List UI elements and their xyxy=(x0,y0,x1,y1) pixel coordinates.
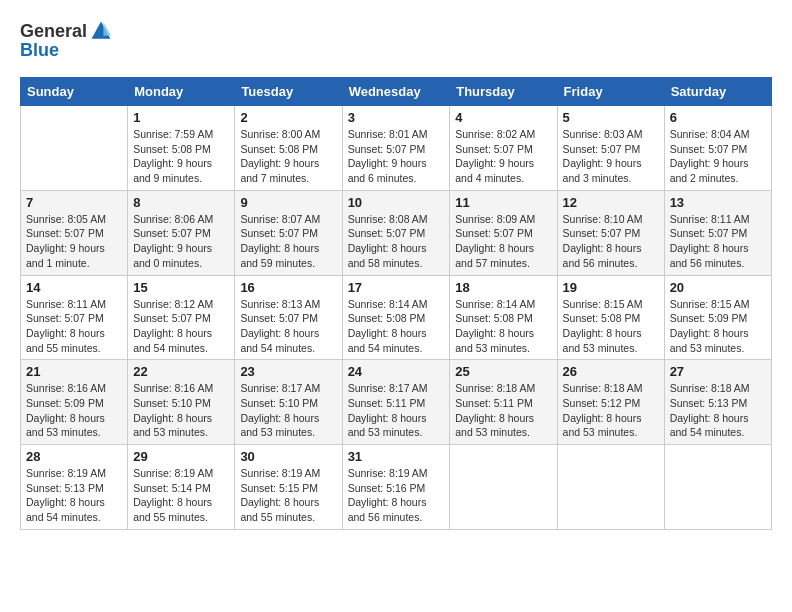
calendar-cell: 30Sunrise: 8:19 AMSunset: 5:15 PMDayligh… xyxy=(235,445,342,530)
calendar-cell: 26Sunrise: 8:18 AMSunset: 5:12 PMDayligh… xyxy=(557,360,664,445)
day-number: 3 xyxy=(348,110,445,125)
day-number: 27 xyxy=(670,364,766,379)
day-info: Sunrise: 8:15 AMSunset: 5:08 PMDaylight:… xyxy=(563,297,659,356)
calendar-cell: 31Sunrise: 8:19 AMSunset: 5:16 PMDayligh… xyxy=(342,445,450,530)
day-number: 4 xyxy=(455,110,551,125)
day-number: 29 xyxy=(133,449,229,464)
day-number: 31 xyxy=(348,449,445,464)
day-number: 23 xyxy=(240,364,336,379)
calendar-cell: 7Sunrise: 8:05 AMSunset: 5:07 PMDaylight… xyxy=(21,190,128,275)
day-info: Sunrise: 8:01 AMSunset: 5:07 PMDaylight:… xyxy=(348,127,445,186)
weekday-header: Wednesday xyxy=(342,78,450,106)
calendar-cell: 11Sunrise: 8:09 AMSunset: 5:07 PMDayligh… xyxy=(450,190,557,275)
weekday-header: Monday xyxy=(128,78,235,106)
calendar-cell: 8Sunrise: 8:06 AMSunset: 5:07 PMDaylight… xyxy=(128,190,235,275)
calendar-week-row: 28Sunrise: 8:19 AMSunset: 5:13 PMDayligh… xyxy=(21,445,772,530)
day-number: 8 xyxy=(133,195,229,210)
day-info: Sunrise: 8:00 AMSunset: 5:08 PMDaylight:… xyxy=(240,127,336,186)
calendar-cell: 14Sunrise: 8:11 AMSunset: 5:07 PMDayligh… xyxy=(21,275,128,360)
calendar-cell: 12Sunrise: 8:10 AMSunset: 5:07 PMDayligh… xyxy=(557,190,664,275)
calendar-cell: 17Sunrise: 8:14 AMSunset: 5:08 PMDayligh… xyxy=(342,275,450,360)
logo-top: General xyxy=(20,20,112,42)
logo-icon xyxy=(90,20,112,42)
day-info: Sunrise: 8:09 AMSunset: 5:07 PMDaylight:… xyxy=(455,212,551,271)
calendar-cell: 29Sunrise: 8:19 AMSunset: 5:14 PMDayligh… xyxy=(128,445,235,530)
calendar-table: SundayMondayTuesdayWednesdayThursdayFrid… xyxy=(20,77,772,530)
day-info: Sunrise: 8:08 AMSunset: 5:07 PMDaylight:… xyxy=(348,212,445,271)
calendar-cell: 2Sunrise: 8:00 AMSunset: 5:08 PMDaylight… xyxy=(235,106,342,191)
calendar-week-row: 7Sunrise: 8:05 AMSunset: 5:07 PMDaylight… xyxy=(21,190,772,275)
day-number: 14 xyxy=(26,280,122,295)
day-number: 21 xyxy=(26,364,122,379)
calendar-cell: 15Sunrise: 8:12 AMSunset: 5:07 PMDayligh… xyxy=(128,275,235,360)
day-info: Sunrise: 8:07 AMSunset: 5:07 PMDaylight:… xyxy=(240,212,336,271)
logo: General Blue xyxy=(20,20,112,61)
svg-marker-1 xyxy=(103,22,111,35)
day-number: 25 xyxy=(455,364,551,379)
calendar-cell xyxy=(21,106,128,191)
calendar-cell: 13Sunrise: 8:11 AMSunset: 5:07 PMDayligh… xyxy=(664,190,771,275)
day-number: 11 xyxy=(455,195,551,210)
logo-container: General Blue xyxy=(20,20,112,61)
calendar-cell: 28Sunrise: 8:19 AMSunset: 5:13 PMDayligh… xyxy=(21,445,128,530)
logo-blue-text: Blue xyxy=(20,40,59,61)
day-info: Sunrise: 8:02 AMSunset: 5:07 PMDaylight:… xyxy=(455,127,551,186)
calendar-cell: 21Sunrise: 8:16 AMSunset: 5:09 PMDayligh… xyxy=(21,360,128,445)
day-number: 9 xyxy=(240,195,336,210)
day-info: Sunrise: 8:19 AMSunset: 5:13 PMDaylight:… xyxy=(26,466,122,525)
day-number: 17 xyxy=(348,280,445,295)
day-info: Sunrise: 8:11 AMSunset: 5:07 PMDaylight:… xyxy=(670,212,766,271)
day-info: Sunrise: 8:11 AMSunset: 5:07 PMDaylight:… xyxy=(26,297,122,356)
day-info: Sunrise: 8:16 AMSunset: 5:09 PMDaylight:… xyxy=(26,381,122,440)
day-info: Sunrise: 8:19 AMSunset: 5:14 PMDaylight:… xyxy=(133,466,229,525)
weekday-header: Saturday xyxy=(664,78,771,106)
day-info: Sunrise: 8:03 AMSunset: 5:07 PMDaylight:… xyxy=(563,127,659,186)
day-number: 13 xyxy=(670,195,766,210)
day-info: Sunrise: 8:17 AMSunset: 5:10 PMDaylight:… xyxy=(240,381,336,440)
calendar-cell: 25Sunrise: 8:18 AMSunset: 5:11 PMDayligh… xyxy=(450,360,557,445)
calendar-cell: 19Sunrise: 8:15 AMSunset: 5:08 PMDayligh… xyxy=(557,275,664,360)
day-info: Sunrise: 8:18 AMSunset: 5:11 PMDaylight:… xyxy=(455,381,551,440)
day-info: Sunrise: 8:12 AMSunset: 5:07 PMDaylight:… xyxy=(133,297,229,356)
calendar-week-row: 1Sunrise: 7:59 AMSunset: 5:08 PMDaylight… xyxy=(21,106,772,191)
day-info: Sunrise: 8:15 AMSunset: 5:09 PMDaylight:… xyxy=(670,297,766,356)
day-number: 10 xyxy=(348,195,445,210)
calendar-cell xyxy=(664,445,771,530)
day-number: 24 xyxy=(348,364,445,379)
day-number: 26 xyxy=(563,364,659,379)
calendar-cell: 5Sunrise: 8:03 AMSunset: 5:07 PMDaylight… xyxy=(557,106,664,191)
day-info: Sunrise: 8:18 AMSunset: 5:13 PMDaylight:… xyxy=(670,381,766,440)
calendar-cell: 22Sunrise: 8:16 AMSunset: 5:10 PMDayligh… xyxy=(128,360,235,445)
day-number: 12 xyxy=(563,195,659,210)
weekday-header: Tuesday xyxy=(235,78,342,106)
day-number: 1 xyxy=(133,110,229,125)
calendar-cell: 9Sunrise: 8:07 AMSunset: 5:07 PMDaylight… xyxy=(235,190,342,275)
calendar-cell: 24Sunrise: 8:17 AMSunset: 5:11 PMDayligh… xyxy=(342,360,450,445)
day-number: 6 xyxy=(670,110,766,125)
day-info: Sunrise: 8:19 AMSunset: 5:15 PMDaylight:… xyxy=(240,466,336,525)
day-number: 2 xyxy=(240,110,336,125)
calendar-cell: 16Sunrise: 8:13 AMSunset: 5:07 PMDayligh… xyxy=(235,275,342,360)
day-number: 16 xyxy=(240,280,336,295)
calendar-cell: 23Sunrise: 8:17 AMSunset: 5:10 PMDayligh… xyxy=(235,360,342,445)
calendar-cell: 4Sunrise: 8:02 AMSunset: 5:07 PMDaylight… xyxy=(450,106,557,191)
calendar-cell: 18Sunrise: 8:14 AMSunset: 5:08 PMDayligh… xyxy=(450,275,557,360)
day-info: Sunrise: 7:59 AMSunset: 5:08 PMDaylight:… xyxy=(133,127,229,186)
weekday-header: Friday xyxy=(557,78,664,106)
day-number: 18 xyxy=(455,280,551,295)
calendar-cell: 6Sunrise: 8:04 AMSunset: 5:07 PMDaylight… xyxy=(664,106,771,191)
calendar-week-row: 21Sunrise: 8:16 AMSunset: 5:09 PMDayligh… xyxy=(21,360,772,445)
page-header: General Blue xyxy=(20,20,772,61)
day-number: 22 xyxy=(133,364,229,379)
day-info: Sunrise: 8:18 AMSunset: 5:12 PMDaylight:… xyxy=(563,381,659,440)
weekday-header: Thursday xyxy=(450,78,557,106)
calendar-cell: 1Sunrise: 7:59 AMSunset: 5:08 PMDaylight… xyxy=(128,106,235,191)
calendar-week-row: 14Sunrise: 8:11 AMSunset: 5:07 PMDayligh… xyxy=(21,275,772,360)
day-number: 5 xyxy=(563,110,659,125)
calendar-cell xyxy=(557,445,664,530)
calendar-cell xyxy=(450,445,557,530)
day-number: 20 xyxy=(670,280,766,295)
day-number: 15 xyxy=(133,280,229,295)
day-info: Sunrise: 8:04 AMSunset: 5:07 PMDaylight:… xyxy=(670,127,766,186)
day-info: Sunrise: 8:16 AMSunset: 5:10 PMDaylight:… xyxy=(133,381,229,440)
